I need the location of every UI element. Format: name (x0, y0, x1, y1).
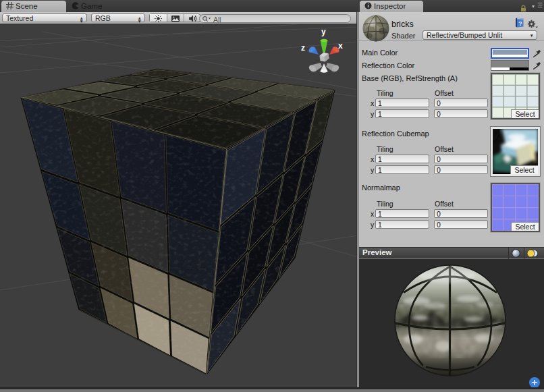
svg-text:?: ? (518, 20, 522, 27)
svg-text:y: y (321, 27, 326, 36)
svg-text:z: z (301, 43, 305, 53)
